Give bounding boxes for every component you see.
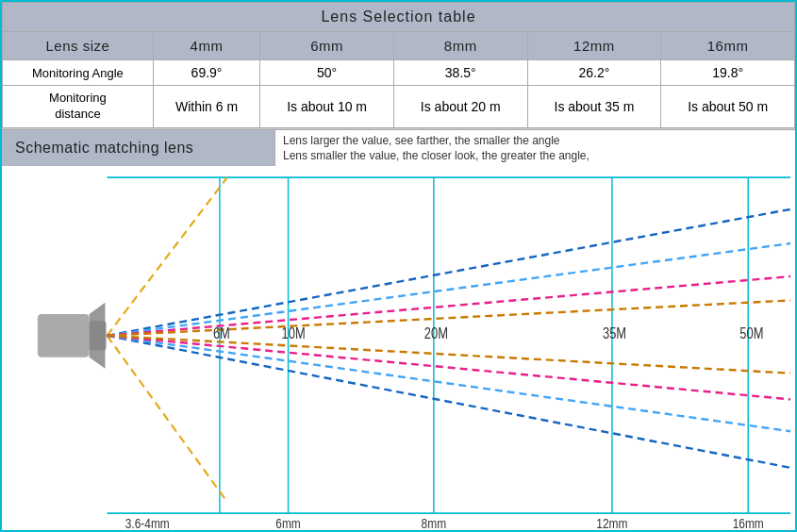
ray-4mm-lower [107,336,226,502]
lens-selection-table: Lens Selection table Lens size 4mm 6mm 8… [2,2,795,128]
schematic-notes: Lens larger the value, see farther, the … [275,130,597,166]
bottom-label-16mm: 16mm [733,515,764,530]
ray-12mm-upper [107,276,790,336]
dist-16mm: Is about 50 m [661,86,795,128]
schematic-title: Schematic matching lens [2,130,275,166]
label-10m: 10M [282,325,306,341]
label-6m: 6M [213,325,230,341]
monitoring-distance-label: Monitoringdistance [3,86,154,128]
col-header-4mm: 4mm [153,32,259,60]
label-20m: 20M [424,325,448,341]
diagram-svg: 6M 10M 20M 35M 50M 3.6-4mm 6mm 8mm 12mm … [2,166,795,530]
dist-12mm: Is about 35 m [527,86,661,128]
bottom-label-12mm: 12mm [596,515,627,530]
angle-6mm: 50° [260,60,394,86]
bottom-label-8mm: 8mm [422,515,447,530]
ray-8mm-upper [107,243,790,336]
dist-8mm: Is about 20 m [393,86,527,128]
camera-body [38,314,90,357]
label-35m: 35M [603,325,626,341]
schematic-header: Schematic matching lens Lens larger the … [2,129,795,166]
main-container: Lens Selection table Lens size 4mm 6mm 8… [0,0,797,532]
schematic-note2: Lens smaller the value, the closer look,… [283,149,589,162]
bottom-label-6mm: 6mm [275,515,301,530]
angle-12mm: 26.2° [527,60,661,86]
ray-12mm-lower [107,336,790,400]
col-header-lens-size: Lens size [3,32,154,60]
col-header-6mm: 6mm [260,32,394,60]
angle-16mm: 19.8° [661,60,795,86]
col-header-16mm: 16mm [661,32,795,60]
monitoring-angle-label: Monitoring Angle [3,60,154,86]
ray-6mm-upper [107,209,790,336]
bottom-label-4mm: 3.6-4mm [125,515,170,530]
camera-lens [90,321,107,350]
label-50m: 50M [739,325,763,341]
table-section: Lens Selection table Lens size 4mm 6mm 8… [2,2,795,129]
angle-4mm: 69.9° [153,60,259,86]
diagram-section: 6M 10M 20M 35M 50M 3.6-4mm 6mm 8mm 12mm … [2,166,795,530]
table-title: Lens Selection table [3,3,795,32]
ray-4mm-upper [107,177,226,336]
col-header-12mm: 12mm [527,32,661,60]
ray-8mm-lower [107,336,790,431]
col-header-8mm: 8mm [393,32,527,60]
schematic-note1: Lens larger the value, see farther, the … [283,134,589,147]
dist-6mm: Is about 10 m [260,86,394,128]
dist-4mm: Within 6 m [153,86,259,128]
angle-8mm: 38.5° [393,60,527,86]
